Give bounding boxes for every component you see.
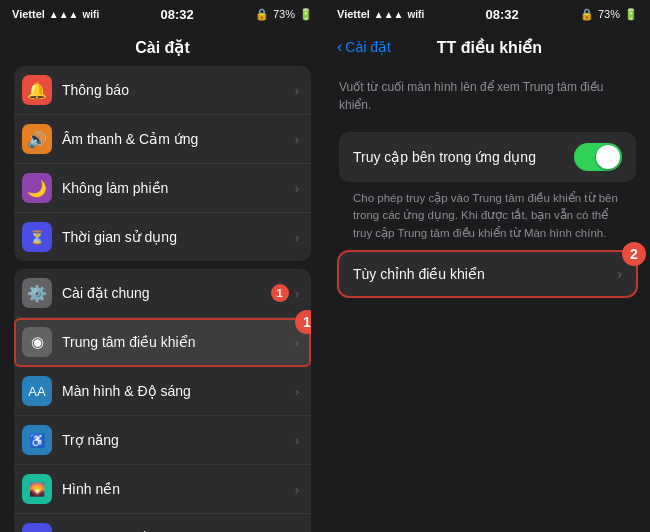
settings-item-trung-tam[interactable]: ◉ Trung tâm điều khiển › 1 [14,318,311,367]
left-time: 08:32 [160,7,193,22]
left-nav-title: Cài đặt [135,38,189,57]
left-wifi-icon: wifi [83,9,100,20]
customize-label: Tùy chỉnh điều khiển [353,266,617,282]
thoi-gian-label: Thời gian sử dụng [62,229,295,245]
left-battery-symbol: 🔋 [299,8,313,21]
right-time: 08:32 [485,7,518,22]
right-carrier: Viettel [337,8,370,20]
cai-dat-chung-badge: 1 [271,284,289,302]
access-item[interactable]: Truy cập bên trong ứng dụng [339,132,636,182]
settings-item-khong-lam-phien[interactable]: 🌙 Không làm phiền › [14,164,311,213]
am-thanh-chevron: › [295,132,299,147]
customize-chevron: › [617,265,622,282]
khong-lam-phien-label: Không làm phiền [62,180,295,196]
access-description: Cho phép truy cập vào Trung tâm điều khi… [353,190,622,242]
right-status-right: 🔒 73% 🔋 [580,8,638,21]
tro-nang-chevron: › [295,433,299,448]
back-label: Cài đặt [345,39,391,55]
man-hinh-chevron: › [295,384,299,399]
khong-lam-phien-chevron: › [295,181,299,196]
settings-item-am-thanh[interactable]: 🔊 Âm thanh & Cảm ứng › [14,115,311,164]
am-thanh-label: Âm thanh & Cảm ứng [62,131,295,147]
man-hinh-icon: AA [22,376,52,406]
am-thanh-icon: 🔊 [22,124,52,154]
cai-dat-chung-icon: ⚙️ [22,278,52,308]
left-panel: Viettel ▲▲▲ wifi 08:32 🔒 73% 🔋 Cài đặt 🔔… [0,0,325,532]
settings-item-tro-nang[interactable]: ♿ Trợ năng › [14,416,311,465]
left-settings-list[interactable]: 🔔 Thông báo › 🔊 Âm thanh & Cảm ứng › 🌙 K… [0,66,325,532]
hinh-nen-label: Hình nền [62,481,295,497]
left-status-bar: Viettel ▲▲▲ wifi 08:32 🔒 73% 🔋 [0,0,325,28]
settings-item-hinh-nen[interactable]: 🌄 Hình nền › [14,465,311,514]
back-chevron-icon: ‹ [337,38,342,56]
thong-bao-icon: 🔔 [22,75,52,105]
tro-nang-label: Trợ năng [62,432,295,448]
tro-nang-icon: ♿ [22,425,52,455]
right-status-bar: Viettel ▲▲▲ wifi 08:32 🔒 73% 🔋 [325,0,650,28]
settings-item-thong-bao[interactable]: 🔔 Thông báo › [14,66,311,115]
cai-dat-chung-chevron: › [295,286,299,301]
access-toggle[interactable] [574,143,622,171]
settings-item-siri[interactable]: 🎙 Siri & Tìm kiếm › [14,514,311,532]
hint-text: Vuốt từ cuối màn hình lên để xem Trung t… [339,78,636,114]
settings-item-cai-dat-chung[interactable]: ⚙️ Cài đặt chung 1 › [14,269,311,318]
khong-lam-phien-icon: 🌙 [22,173,52,203]
left-status-right: 🔒 73% 🔋 [255,8,313,21]
thoi-gian-icon: ⏳ [22,222,52,252]
left-signal-icon: ▲▲▲ [49,9,79,20]
toggle-knob [596,145,620,169]
left-status-left: Viettel ▲▲▲ wifi [12,8,99,20]
right-battery-icon: 🔒 [580,8,594,21]
trung-tam-chevron: › [295,335,299,350]
step-1-badge: 1 [295,310,311,334]
settings-item-man-hinh[interactable]: AA Màn hình & Độ sáng › [14,367,311,416]
settings-group-2: ⚙️ Cài đặt chung 1 › ◉ Trung tâm điều kh… [14,269,311,532]
man-hinh-label: Màn hình & Độ sáng [62,383,295,399]
right-content: Vuốt từ cuối màn hình lên để xem Trung t… [325,66,650,532]
thong-bao-label: Thông báo [62,82,295,98]
trung-tam-label: Trung tâm điều khiển [62,334,295,350]
customize-item[interactable]: Tùy chỉnh điều khiển › 2 [339,252,636,296]
thong-bao-chevron: › [295,83,299,98]
right-status-left: Viettel ▲▲▲ wifi [337,8,424,20]
right-panel: Viettel ▲▲▲ wifi 08:32 🔒 73% 🔋 ‹ Cài đặt… [325,0,650,532]
settings-item-thoi-gian[interactable]: ⏳ Thời gian sử dụng › [14,213,311,261]
hinh-nen-icon: 🌄 [22,474,52,504]
right-nav-title: TT điều khiển [391,38,588,57]
right-nav-bar: ‹ Cài đặt TT điều khiển [325,28,650,66]
right-battery: 73% [598,8,620,20]
settings-group-1: 🔔 Thông báo › 🔊 Âm thanh & Cảm ứng › 🌙 K… [14,66,311,261]
left-battery-icon: 🔒 [255,8,269,21]
trung-tam-icon: ◉ [22,327,52,357]
siri-icon: 🎙 [22,523,52,532]
hinh-nen-chevron: › [295,482,299,497]
left-battery: 73% [273,8,295,20]
right-wifi-icon: wifi [408,9,425,20]
access-group: Truy cập bên trong ứng dụng [339,132,636,182]
left-carrier: Viettel [12,8,45,20]
back-button[interactable]: ‹ Cài đặt [337,38,391,56]
step-2-badge: 2 [622,242,646,266]
thoi-gian-chevron: › [295,230,299,245]
right-signal-icon: ▲▲▲ [374,9,404,20]
access-label: Truy cập bên trong ứng dụng [353,149,574,165]
cai-dat-chung-label: Cài đặt chung [62,285,271,301]
right-battery-symbol: 🔋 [624,8,638,21]
left-nav-bar: Cài đặt [0,28,325,66]
